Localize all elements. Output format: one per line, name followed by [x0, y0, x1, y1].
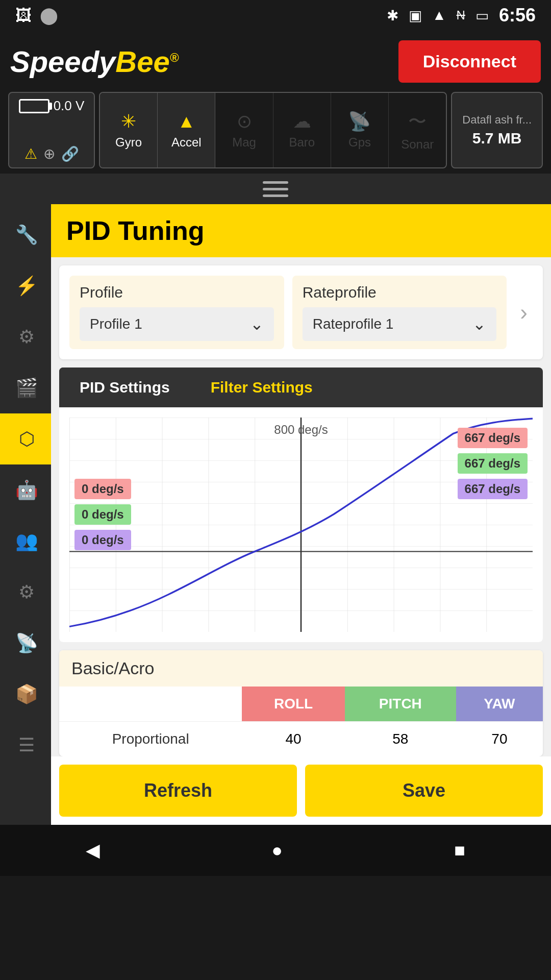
- gps-label: Gps: [348, 135, 371, 150]
- profile-select[interactable]: Profile 1 ⌄: [80, 307, 274, 341]
- dataflash-size: 5.7 MB: [472, 130, 522, 147]
- chart-tags-left: 0 deg/s 0 deg/s 0 deg/s: [74, 479, 131, 550]
- tab-pid-settings[interactable]: PID Settings: [59, 368, 190, 407]
- sidebar-item-plugins[interactable]: ⚡: [0, 260, 51, 311]
- tab-bar: PID Settings Filter Settings: [59, 368, 543, 407]
- sensor-baro[interactable]: ☁ Baro: [273, 93, 331, 167]
- pid-table-header: ROLL PITCH YAW: [59, 687, 543, 722]
- chart-tag-pitch-left: 0 deg/s: [74, 504, 131, 525]
- profile-chevron-icon: ⌄: [250, 314, 264, 334]
- sidebar-item-wheel[interactable]: ⚙: [0, 567, 51, 618]
- status-bar: 🖼 ⬤ ✱ ▣ ▲ N ▭ 6:56: [0, 0, 551, 31]
- chart-container: 800 deg/s 0 deg/s 0 deg/s 0 deg/s 667 de…: [59, 407, 543, 642]
- page-title: PID Tuning: [66, 215, 536, 246]
- sensor-mag[interactable]: ⊙ Mag: [215, 93, 273, 167]
- nav-back-button[interactable]: ◀: [86, 840, 100, 861]
- baro-icon: ☁: [293, 111, 311, 132]
- sidebar-item-menu[interactable]: ☰: [0, 720, 51, 771]
- sidebar-item-settings[interactable]: ⚙: [0, 311, 51, 362]
- th-yaw: YAW: [456, 687, 543, 722]
- sidebar-item-signal[interactable]: 📡: [0, 618, 51, 669]
- nav-home-button[interactable]: ●: [271, 840, 283, 861]
- gps-icon: 📡: [348, 111, 371, 132]
- sensor-sonar[interactable]: 〜 Sonar: [389, 93, 446, 167]
- sidebar-item-people[interactable]: 👥: [0, 516, 51, 567]
- proportional-roll-value[interactable]: 40: [242, 722, 345, 757]
- refresh-button[interactable]: Refresh: [59, 765, 297, 817]
- mag-label: Mag: [232, 135, 256, 150]
- sensor-accel[interactable]: ▲ Accel: [158, 93, 215, 167]
- sonar-icon: 〜: [408, 109, 427, 134]
- bottom-buttons: Refresh Save: [51, 756, 551, 825]
- th-empty: [59, 687, 242, 722]
- sidebar-item-robot[interactable]: 🤖: [0, 464, 51, 516]
- rateprofile-label: Rateprofile: [303, 284, 497, 301]
- sensor-gps[interactable]: 📡 Gps: [331, 93, 389, 167]
- chart-tag-yaw-left: 0 deg/s: [74, 530, 131, 550]
- battery-voltage: 0.0 V: [54, 98, 85, 114]
- next-arrow-button[interactable]: ›: [515, 300, 533, 325]
- people-icon: 👥: [15, 530, 38, 552]
- disconnect-button[interactable]: Disconnect: [398, 40, 541, 83]
- profile-selected-value: Profile 1: [90, 316, 142, 332]
- status-bar-right: ✱ ▣ ▲ N ▭ 6:56: [387, 5, 536, 26]
- hamburger-line-3: [263, 194, 288, 197]
- profile-box: Profile Profile 1 ⌄: [69, 276, 284, 349]
- gyro-icon: ✳: [121, 111, 136, 132]
- sidebar: 🔧 ⚡ ⚙ 🎬 ⬡ 🤖 👥 ⚙ 📡 📦 ☰: [0, 204, 51, 825]
- sidebar-item-network[interactable]: ⬡: [0, 413, 51, 464]
- sidebar-item-box[interactable]: 📦: [0, 669, 51, 720]
- wifi-icon: ▲: [432, 7, 446, 23]
- accel-label: Accel: [171, 135, 202, 150]
- dataflash-label: Datafl ash fr...: [462, 113, 532, 127]
- sensors-grid: ✳ Gyro ▲ Accel ⊙ Mag ☁ Baro 📡 Gps 〜 Sona…: [99, 92, 447, 168]
- basic-acro-section: Basic/Acro ROLL PITCH YAW Proportional 4…: [59, 650, 543, 756]
- rateprofile-select[interactable]: Rateprofile 1 ⌄: [303, 307, 497, 341]
- photo-icon: 🖼: [15, 6, 32, 25]
- box-icon: 📦: [15, 683, 38, 705]
- tab-filter-settings[interactable]: Filter Settings: [190, 368, 333, 407]
- battery-icon: ▭: [475, 7, 489, 24]
- battery-status-icons: ⚠ ⊕ 🔗: [24, 145, 79, 162]
- battery-display: 0.0 V: [19, 98, 85, 114]
- wrench-icon: 🔧: [15, 224, 38, 246]
- profile-row: Profile Profile 1 ⌄ Rateprofile Rateprof…: [59, 265, 543, 359]
- logo-reg: ®: [170, 50, 179, 64]
- page-title-bar: PID Tuning: [51, 204, 551, 257]
- warning-icon: ⚠: [24, 145, 37, 162]
- chart-tag-roll-left: 0 deg/s: [74, 479, 131, 499]
- signal-icon: N: [457, 8, 465, 22]
- sidebar-item-video[interactable]: 🎬: [0, 362, 51, 413]
- mag-icon: ⊙: [237, 111, 252, 132]
- accel-icon: ▲: [178, 111, 196, 132]
- th-pitch: PITCH: [345, 687, 456, 722]
- bluetooth-icon: ✱: [387, 7, 398, 24]
- chart-tags-right: 667 deg/s 667 deg/s 667 deg/s: [458, 428, 528, 499]
- hamburger-menu[interactable]: [263, 181, 288, 197]
- nav-recent-button[interactable]: ■: [454, 840, 465, 861]
- gyro-label: Gyro: [115, 135, 142, 150]
- plugins-icon: ⚡: [15, 275, 38, 297]
- save-button[interactable]: Save: [305, 765, 543, 817]
- chart-tag-pitch-right: 667 deg/s: [458, 453, 528, 474]
- hamburger-line-1: [263, 181, 288, 184]
- th-roll: ROLL: [242, 687, 345, 722]
- pid-table: ROLL PITCH YAW Proportional 40 58 70: [59, 687, 543, 756]
- sensor-gyro[interactable]: ✳ Gyro: [100, 93, 158, 167]
- status-bar-left: 🖼 ⬤: [15, 6, 58, 25]
- sonar-label: Sonar: [401, 137, 434, 152]
- proportional-pitch-value[interactable]: 58: [345, 722, 456, 757]
- chart-tag-yaw-right: 667 deg/s: [458, 479, 528, 499]
- rateprofile-chevron-icon: ⌄: [472, 314, 486, 334]
- robot-icon: 🤖: [15, 479, 38, 501]
- proportional-yaw-value[interactable]: 70: [456, 722, 543, 757]
- vibrate-icon: ▣: [409, 7, 422, 24]
- profile-label: Profile: [80, 284, 274, 301]
- battery-level-icon: [19, 99, 49, 113]
- video-icon: 🎬: [15, 377, 38, 399]
- drone-icon: ⊕: [43, 145, 55, 162]
- android-nav: ◀ ● ■: [0, 825, 551, 876]
- rateprofile-box: Rateprofile Rateprofile 1 ⌄: [292, 276, 507, 349]
- settings-icon: ⚙: [18, 326, 35, 348]
- sidebar-item-wrench[interactable]: 🔧: [0, 209, 51, 260]
